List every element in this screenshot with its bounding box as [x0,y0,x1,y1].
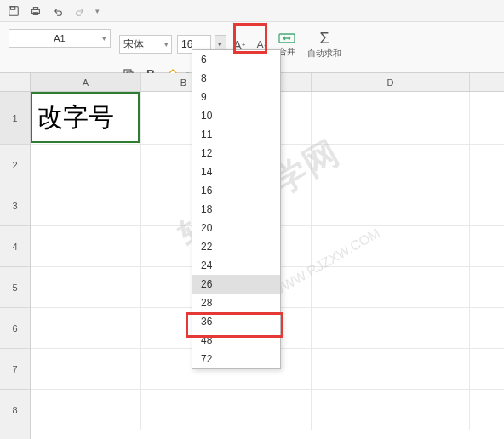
print-icon[interactable] [29,4,43,18]
merge-label: 合并 [278,46,295,58]
size-option[interactable]: 16 [192,181,280,200]
cell[interactable] [31,226,141,266]
row-headers: 1 2 3 4 5 6 7 8 [0,73,31,439]
font-family-value: 宋体 [123,37,144,52]
select-all-corner[interactable] [0,73,31,92]
cell-reference-value: A1 [54,33,65,43]
cell[interactable] [31,349,141,389]
cell[interactable] [312,390,470,430]
row-header[interactable]: 1 [0,92,30,145]
cell[interactable] [312,92,470,144]
size-option[interactable]: 10 [192,106,280,125]
cell[interactable] [312,185,470,225]
cell[interactable] [141,390,226,430]
cell[interactable]: 改字号 [31,92,141,144]
cell[interactable] [312,145,470,185]
cell[interactable] [31,308,141,348]
cell[interactable] [312,267,470,307]
chevron-down-icon[interactable]: ▾ [164,40,169,48]
cell[interactable] [31,390,141,430]
redo-icon[interactable] [73,4,87,18]
size-option[interactable]: 28 [192,294,280,312]
size-option[interactable]: 20 [192,219,280,237]
row-header[interactable]: 8 [0,390,30,430]
table-row [31,390,504,430]
column-header[interactable]: D [312,73,470,91]
cell[interactable] [312,349,470,389]
column-header[interactable]: A [31,73,141,91]
row-header[interactable]: 6 [0,308,30,349]
row-header[interactable]: 3 [0,185,30,226]
font-size-value: 16 [181,38,192,50]
font-size-dropdown-menu: 6 8 9 10 11 12 14 16 18 20 22 24 26 28 3… [192,49,281,369]
chevron-down-icon[interactable]: ▾ [102,34,106,43]
cell-value: 改字号 [37,100,114,135]
size-option[interactable]: 22 [192,237,280,256]
cell[interactable] [31,145,141,185]
cell-reference-box[interactable]: A1 ▾ [9,29,111,48]
size-option[interactable]: 11 [192,125,280,144]
size-option[interactable]: 72 [192,350,280,368]
row-header[interactable]: 4 [0,226,30,267]
save-icon[interactable] [7,4,20,18]
size-option[interactable]: 36 [192,312,280,331]
size-option[interactable]: 18 [192,200,280,219]
size-option[interactable]: 12 [192,144,280,162]
cell[interactable] [31,267,141,307]
size-option[interactable]: 8 [192,69,280,88]
cell[interactable] [226,390,312,430]
cell[interactable] [31,185,141,225]
cell[interactable] [312,226,470,266]
row-header[interactable]: 5 [0,267,30,308]
svg-rect-1 [11,6,15,9]
active-cell[interactable]: 改字号 [31,92,140,143]
svg-rect-3 [33,7,37,9]
cell[interactable] [312,308,470,348]
size-option[interactable]: 6 [192,50,280,69]
autosum-button[interactable]: Σ 自动求和 [303,27,346,61]
size-option[interactable]: 24 [192,256,280,275]
size-option[interactable]: 9 [192,88,280,106]
size-option[interactable]: 14 [192,162,280,181]
undo-icon[interactable] [51,4,65,18]
font-family-select[interactable]: 宋体 ▾ [119,35,172,54]
size-option[interactable]: 48 [192,331,280,350]
quick-access-toolbar: ▾ [0,0,504,22]
row-header[interactable]: 2 [0,145,30,185]
autosum-label: 自动求和 [307,48,341,60]
qat-dropdown-icon[interactable]: ▾ [95,7,102,15]
row-header[interactable]: 7 [0,349,30,390]
size-option[interactable]: 26 [192,275,280,294]
